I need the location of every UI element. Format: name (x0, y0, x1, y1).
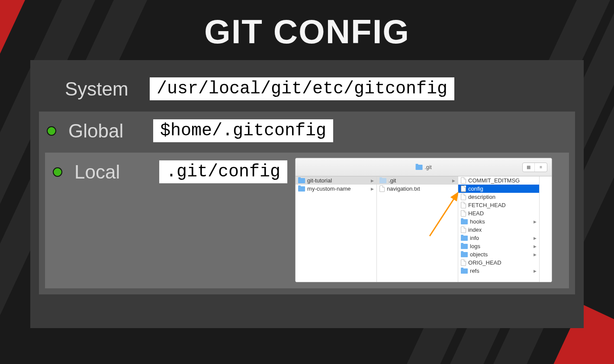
local-label: Local (74, 161, 147, 183)
chevron-right-icon: ▶ (452, 179, 455, 183)
finder-item[interactable]: FETCH_HEAD (458, 201, 539, 209)
slide-title: GIT CONFIG (0, 0, 614, 51)
finder-item[interactable]: HEAD (458, 209, 539, 217)
file-icon (461, 177, 466, 184)
folder-icon (379, 178, 386, 183)
finder-item[interactable]: COMMIT_EDITMSG (458, 176, 539, 185)
folder-icon (461, 244, 468, 249)
finder-columns: git-tutorial▶my-custom-name▶.git▶navigat… (296, 176, 552, 282)
finder-item[interactable]: refs▶ (458, 267, 539, 275)
global-label: Global (68, 120, 141, 142)
finder-item[interactable]: hooks▶ (458, 217, 539, 226)
finder-item-name: objects (470, 251, 488, 258)
folder-icon (298, 186, 305, 192)
finder-item[interactable]: config (458, 185, 539, 193)
folder-icon (461, 268, 468, 274)
finder-view-icon-btn[interactable]: ▦ (523, 163, 535, 172)
folder-icon (461, 252, 468, 257)
finder-item-name: description (468, 194, 495, 200)
finder-item-name: git-tutorial (307, 177, 332, 184)
file-icon (461, 185, 466, 192)
file-icon (379, 185, 385, 192)
folder-icon (461, 219, 468, 224)
finder-item-name: COMMIT_EDITMSG (468, 177, 520, 184)
finder-column: .git▶navigation.txt (377, 176, 458, 282)
config-levels-panel: System /usr/local/git/etc/gitconfig Glob… (30, 60, 584, 328)
chevron-right-icon: ▶ (534, 252, 537, 257)
local-row: Local .git/config (51, 158, 289, 188)
finder-item-name: HEAD (468, 210, 484, 217)
finder-window: .git ▦ ≡ git-tutorial▶my-custom-name▶.gi… (295, 158, 552, 282)
system-path: /usr/local/git/etc/gitconfig (150, 77, 454, 100)
finder-item-name: ORIG_HEAD (468, 259, 501, 266)
finder-item-name: logs (470, 243, 480, 249)
global-panel: Global $home/.gitconfig Local .git/confi… (39, 112, 575, 294)
folder-icon (461, 236, 468, 241)
folder-icon (298, 178, 305, 183)
chevron-right-icon: ▶ (534, 220, 537, 224)
bullet-icon (47, 126, 56, 136)
finder-view-switcher[interactable]: ▦ ≡ (522, 163, 547, 172)
finder-item-name: info (470, 235, 479, 241)
finder-item[interactable]: index (458, 226, 539, 234)
chevron-right-icon: ▶ (534, 244, 537, 249)
finder-view-list-btn[interactable]: ≡ (535, 163, 547, 172)
finder-item-name: FETCH_HEAD (468, 202, 506, 208)
finder-item-name: navigation.txt (387, 185, 420, 192)
finder-item[interactable]: description (458, 193, 539, 201)
finder-item[interactable]: info▶ (458, 234, 539, 242)
finder-item-name: refs (470, 268, 479, 274)
finder-column: git-tutorial▶my-custom-name▶ (296, 176, 377, 282)
file-icon (461, 194, 466, 200)
finder-item-name: config (468, 185, 483, 192)
finder-column: COMMIT_EDITMSGconfigdescriptionFETCH_HEA… (458, 176, 540, 282)
global-row: Global $home/.gitconfig (45, 117, 569, 147)
finder-item[interactable]: my-custom-name▶ (296, 185, 376, 193)
finder-item[interactable]: objects▶ (458, 250, 539, 259)
finder-item[interactable]: ORIG_HEAD (458, 259, 539, 267)
chevron-right-icon: ▶ (534, 236, 537, 240)
system-label: System (65, 78, 138, 100)
finder-item[interactable]: navigation.txt (377, 185, 458, 193)
system-row: System /usr/local/git/etc/gitconfig (39, 70, 575, 107)
chevron-right-icon: ▶ (534, 269, 537, 273)
finder-item-name: my-custom-name (307, 185, 350, 192)
finder-item-name: hooks (470, 218, 485, 225)
file-icon (461, 210, 466, 217)
file-icon (461, 227, 466, 233)
local-panel: Local .git/config .git ▦ ≡ git-tutoria (45, 153, 569, 288)
chevron-right-icon: ▶ (371, 179, 374, 183)
finder-item[interactable]: .git▶ (377, 176, 458, 185)
chevron-right-icon: ▶ (371, 187, 374, 191)
global-path: $home/.gitconfig (153, 119, 333, 142)
file-icon (461, 259, 466, 266)
finder-item-name: index (468, 227, 482, 233)
bullet-icon (53, 167, 62, 177)
finder-toolbar: .git ▦ ≡ (296, 158, 552, 176)
finder-item[interactable]: git-tutorial▶ (296, 176, 376, 185)
local-path: .git/config (159, 160, 287, 183)
file-icon (461, 202, 466, 208)
finder-item-name: .git (389, 177, 396, 184)
finder-window-title: .git (416, 164, 432, 170)
finder-item[interactable]: logs▶ (458, 242, 539, 250)
